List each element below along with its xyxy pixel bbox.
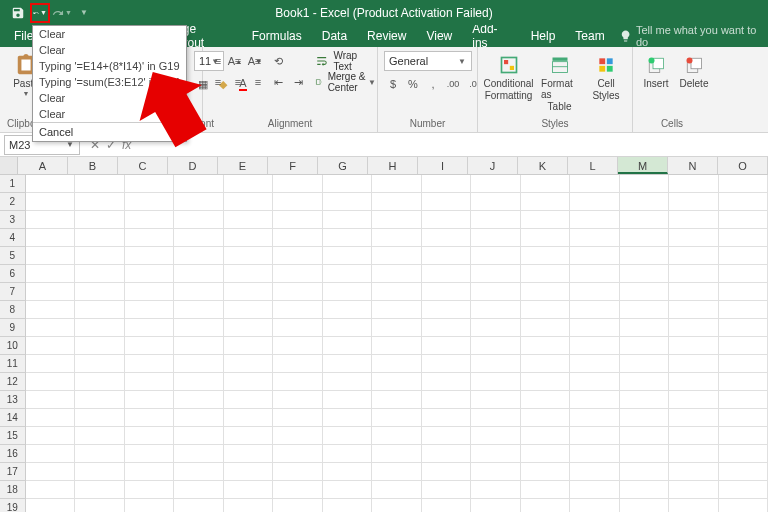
redo-button[interactable]: ▼ (52, 3, 72, 23)
cell[interactable] (570, 499, 619, 512)
cell[interactable] (471, 283, 520, 301)
cell[interactable] (669, 211, 718, 229)
cell[interactable] (719, 391, 768, 409)
cell[interactable] (26, 463, 75, 481)
cell[interactable] (174, 373, 223, 391)
number-format-select[interactable]: General▼ (384, 51, 472, 71)
cell[interactable] (75, 337, 124, 355)
cell[interactable] (26, 373, 75, 391)
cell[interactable] (26, 337, 75, 355)
merge-center-button[interactable]: Merge & Center ▼ (315, 72, 376, 92)
row-header[interactable]: 11 (0, 355, 26, 373)
cell[interactable] (26, 355, 75, 373)
cell[interactable] (125, 283, 174, 301)
cell[interactable] (224, 463, 273, 481)
cell[interactable] (273, 463, 322, 481)
cell[interactable] (125, 229, 174, 247)
cell[interactable] (75, 391, 124, 409)
column-header[interactable]: O (718, 157, 768, 174)
increase-decimal-icon[interactable]: .00 (444, 75, 462, 93)
save-icon[interactable] (8, 3, 28, 23)
cell[interactable] (372, 211, 421, 229)
cell[interactable] (620, 463, 669, 481)
cell[interactable] (719, 481, 768, 499)
undo-button[interactable]: ▼ (30, 3, 50, 23)
cell[interactable] (26, 391, 75, 409)
row-header[interactable]: 6 (0, 265, 26, 283)
row-header[interactable]: 9 (0, 319, 26, 337)
cell[interactable] (570, 481, 619, 499)
cell[interactable] (620, 499, 669, 512)
cell[interactable] (372, 229, 421, 247)
cell[interactable] (224, 301, 273, 319)
cell[interactable] (719, 265, 768, 283)
cell[interactable] (620, 337, 669, 355)
cell[interactable] (75, 229, 124, 247)
cell[interactable] (26, 175, 75, 193)
cell[interactable] (75, 445, 124, 463)
cell[interactable] (669, 247, 718, 265)
cell[interactable] (273, 247, 322, 265)
cell[interactable] (125, 175, 174, 193)
cell[interactable] (125, 301, 174, 319)
cell[interactable] (273, 409, 322, 427)
percent-icon[interactable]: % (404, 75, 422, 93)
cell[interactable] (224, 499, 273, 512)
cell[interactable] (422, 265, 471, 283)
cell[interactable] (422, 463, 471, 481)
cell[interactable] (719, 193, 768, 211)
cell[interactable] (669, 355, 718, 373)
cell[interactable] (174, 463, 223, 481)
row-header[interactable]: 5 (0, 247, 26, 265)
cell[interactable] (620, 301, 669, 319)
cell[interactable] (471, 481, 520, 499)
cell[interactable] (570, 355, 619, 373)
cell[interactable] (125, 499, 174, 512)
cell[interactable] (174, 409, 223, 427)
cell[interactable] (719, 283, 768, 301)
cell[interactable] (669, 499, 718, 512)
cell[interactable] (323, 463, 372, 481)
cell[interactable] (174, 229, 223, 247)
cell[interactable] (75, 175, 124, 193)
cell[interactable] (570, 247, 619, 265)
cell[interactable] (323, 373, 372, 391)
cell[interactable] (26, 481, 75, 499)
cell[interactable] (471, 499, 520, 512)
cell[interactable] (125, 481, 174, 499)
cell[interactable] (174, 481, 223, 499)
cell[interactable] (125, 445, 174, 463)
cell[interactable] (273, 481, 322, 499)
tell-me-input[interactable]: Tell me what you want to do (636, 24, 764, 48)
cell[interactable] (174, 301, 223, 319)
cell[interactable] (224, 373, 273, 391)
cell[interactable] (125, 391, 174, 409)
cell[interactable] (422, 481, 471, 499)
cell[interactable] (372, 391, 421, 409)
cell[interactable] (669, 391, 718, 409)
cell[interactable] (323, 355, 372, 373)
cell[interactable] (620, 391, 669, 409)
cell[interactable] (125, 337, 174, 355)
cell[interactable] (669, 319, 718, 337)
cell[interactable] (323, 193, 372, 211)
row-header[interactable]: 2 (0, 193, 26, 211)
cell[interactable] (174, 283, 223, 301)
tab-data[interactable]: Data (312, 26, 357, 46)
cell[interactable] (521, 283, 570, 301)
cell[interactable] (521, 391, 570, 409)
cell[interactable] (620, 427, 669, 445)
cell[interactable] (471, 319, 520, 337)
cell[interactable] (669, 193, 718, 211)
cell[interactable] (372, 247, 421, 265)
align-center-icon[interactable]: ≡ (229, 73, 247, 91)
cell[interactable] (224, 319, 273, 337)
decrease-indent-icon[interactable]: ⇤ (269, 73, 287, 91)
cell[interactable] (422, 229, 471, 247)
cell[interactable] (125, 373, 174, 391)
cell[interactable] (570, 319, 619, 337)
tab-review[interactable]: Review (357, 26, 416, 46)
column-header[interactable]: J (468, 157, 518, 174)
cell[interactable] (75, 355, 124, 373)
cell[interactable] (471, 373, 520, 391)
